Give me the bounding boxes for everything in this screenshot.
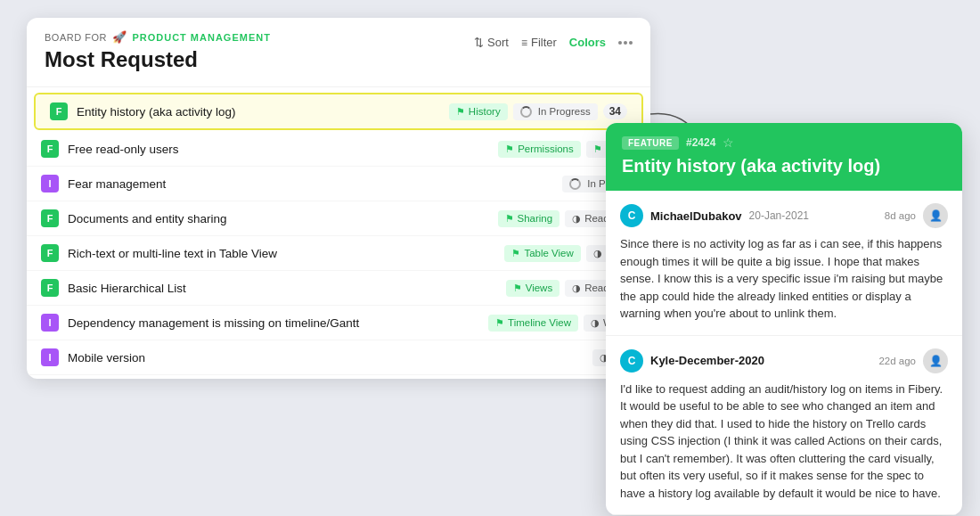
item-tag: ⚑ Sharing — [498, 210, 560, 227]
user-avatar-image: 👤 — [923, 203, 948, 228]
user-avatar: C — [620, 349, 643, 373]
product-name: PRODUCT MANAGEMENT — [132, 32, 271, 43]
flag-icon: ⚑ — [505, 143, 514, 155]
item-title: Fear management — [68, 177, 553, 191]
type-badge: F — [41, 279, 59, 297]
comment-header: CMichaelDubakov 20-Jan-20218d ago👤 — [620, 203, 948, 228]
comment-username: Kyle-December-2020 — [650, 354, 764, 367]
comment-user-row: CMichaelDubakov 20-Jan-2021 — [620, 204, 809, 227]
list-item[interactable]: FEntity history (aka activity log)⚑ Hist… — [34, 93, 643, 130]
type-badge: I — [41, 314, 59, 332]
list-item[interactable]: FFree read-only users⚑ Permissions⚑ Pla.… — [27, 132, 650, 167]
dot-3 — [629, 41, 633, 45]
spin-icon — [569, 178, 581, 190]
comment-body: I'd like to request adding an audit/hist… — [620, 381, 948, 503]
flag-icon: ⚑ — [513, 283, 522, 294]
flag-icon: ⚑ — [593, 143, 602, 155]
list-item[interactable]: IDependency management is missing on tim… — [27, 306, 650, 340]
comment: CKyle-December-202022d ago👤I'd like to r… — [606, 336, 962, 516]
half-circle-icon: ◑ — [593, 248, 602, 259]
comment-username: MichaelDubakov — [650, 209, 742, 223]
filter-button[interactable]: ≡ Filter — [521, 36, 557, 49]
flag-icon: ⚑ — [505, 213, 514, 225]
list-item[interactable]: FBasic Hierarchical List⚑ Views◑ Ready f… — [27, 271, 650, 306]
type-badge: F — [41, 140, 59, 158]
item-tag: ⚑ Permissions — [498, 141, 581, 158]
flag-icon: ⚑ — [511, 248, 520, 259]
item-tag: ⚑ Timeline View — [488, 315, 578, 332]
filter-label: Filter — [531, 36, 557, 49]
half-circle-icon: ◑ — [572, 213, 581, 225]
list-item[interactable]: FRich-text or multi-line text in Table V… — [27, 236, 650, 271]
spin-icon — [520, 106, 532, 118]
comment-right: 22d ago👤 — [878, 348, 948, 373]
half-circle-icon: ◑ — [591, 317, 600, 329]
item-title: Documents and entity sharing — [68, 212, 489, 225]
flag-icon: ⚑ — [456, 106, 465, 118]
board-card: BOARD FOR 🚀 PRODUCT MANAGEMENT Most Requ… — [27, 18, 650, 379]
comment-ago: 22d ago — [878, 356, 916, 366]
feature-panel-title: Entity history (aka activity log) — [622, 155, 946, 176]
feature-detail-panel: FEATURE #2424 ☆ Entity history (aka acti… — [606, 123, 962, 515]
item-title: Mobile version — [68, 351, 584, 364]
board-for-text: BOARD FOR — [45, 32, 107, 43]
flag-icon: ⚑ — [495, 317, 504, 329]
item-tag: ⚑ Views — [506, 280, 559, 297]
count-badge: 34 — [603, 103, 627, 119]
colors-label: Colors — [569, 36, 606, 49]
list-item[interactable]: IMobile version◑ O... — [27, 340, 650, 375]
sort-button[interactable]: ⇅ Sort — [474, 36, 509, 49]
item-title: Basic Hierarchical List — [68, 282, 497, 295]
comment-header: CKyle-December-202022d ago👤 — [620, 348, 948, 373]
dot-1 — [618, 41, 622, 45]
rocket-icon: 🚀 — [112, 30, 127, 44]
comment-right: 8d ago👤 — [885, 203, 948, 228]
user-avatar: C — [620, 204, 643, 227]
comment-body: Since there is no activity log as far as… — [620, 235, 948, 323]
sort-label: Sort — [487, 36, 509, 49]
item-tag: In Progress — [513, 103, 598, 120]
item-title: Dependency management is missing on time… — [68, 316, 479, 330]
item-tag: ⚑ History — [449, 103, 508, 120]
type-badge: F — [50, 102, 68, 120]
colors-button[interactable]: Colors — [569, 36, 606, 49]
board-title: Most Requsted — [45, 47, 633, 72]
comment-date: 20-Jan-2021 — [749, 209, 809, 222]
dot-2 — [624, 41, 627, 45]
sort-icon: ⇅ — [474, 36, 484, 49]
feature-panel-header: FEATURE #2424 ☆ Entity history (aka acti… — [606, 123, 962, 191]
item-title: Free read-only users — [68, 143, 489, 156]
type-badge: F — [41, 244, 59, 262]
items-list: FEntity history (aka activity log)⚑ Hist… — [27, 87, 650, 379]
item-tags: ⚑ History In Progress34 — [449, 103, 627, 120]
item-title: Rich-text or multi-line text in Table Vi… — [68, 247, 495, 260]
type-badge: I — [41, 175, 59, 192]
list-item[interactable]: IFear management In Prog... — [27, 167, 650, 201]
type-badge: F — [41, 209, 59, 227]
half-circle-icon: ◑ — [572, 283, 581, 294]
board-actions: ⇅ Sort ≡ Filter Colors — [474, 36, 633, 49]
feature-id: #2424 — [686, 136, 715, 149]
item-tag: ⚑ Table View — [504, 245, 580, 262]
feature-label-badge: FEATURE — [622, 136, 679, 150]
comment-ago: 8d ago — [885, 210, 916, 221]
filter-icon: ≡ — [521, 37, 527, 49]
user-avatar-image: 👤 — [923, 348, 948, 373]
comment-user-row: CKyle-December-2020 — [620, 349, 772, 373]
star-icon: ☆ — [723, 135, 734, 150]
list-item[interactable]: FDocuments and entity sharing⚑ Sharing◑ … — [27, 201, 650, 236]
type-badge: I — [41, 348, 59, 366]
comment: CMichaelDubakov 20-Jan-20218d ago👤Since … — [606, 191, 962, 336]
feature-panel-body: CMichaelDubakov 20-Jan-20218d ago👤Since … — [606, 191, 962, 515]
item-title: Entity history (aka activity log) — [77, 105, 440, 119]
more-options-button[interactable] — [618, 41, 633, 45]
feature-tag-row: FEATURE #2424 ☆ — [622, 135, 946, 150]
